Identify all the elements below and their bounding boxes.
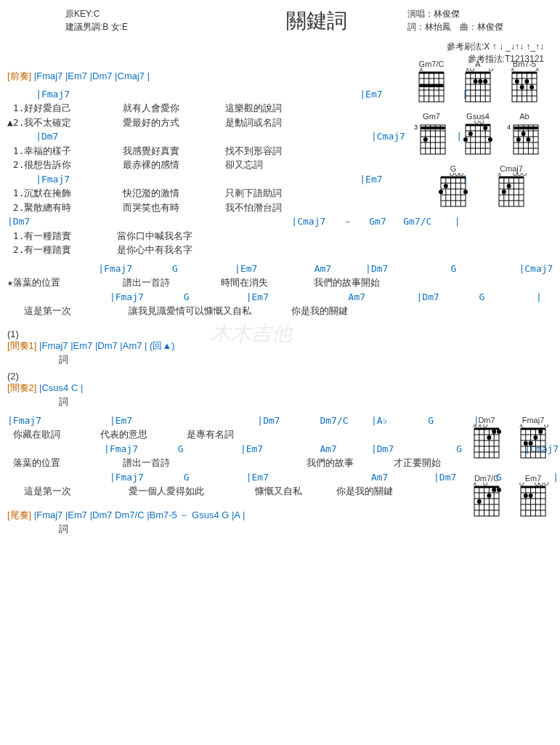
part2-section: (2) [間奏2] |Csus4 C | 詞 <box>7 371 553 409</box>
outro-tag: [尾奏] <box>7 510 31 520</box>
interlude2-row: [間奏2] |Csus4 C | <box>7 382 553 395</box>
diag-row-2: Gm73 Gsus4OO Ab4 <box>413 112 551 157</box>
comp-label: 曲： <box>460 22 477 32</box>
svg-point-97 <box>439 190 443 194</box>
header-right: 演唱：林俊傑 詞：林怡鳳 曲：林俊傑 <box>407 7 553 33</box>
svg-point-68 <box>463 137 468 142</box>
svg-point-66 <box>483 126 487 130</box>
part1-label: (1) <box>7 329 553 339</box>
verse-l4a: 1.有一種踏實 當你口中喊我名字 <box>7 229 414 243</box>
chorus-c1: |Fmaj7 G |Em7 Am7 |Dm7 G |Cmaj7 － Gm7 Gm… <box>7 262 553 276</box>
svg-point-160 <box>492 488 496 492</box>
diag-a: AXOO <box>460 60 496 105</box>
svg-text:O: O <box>522 173 527 177</box>
svg-text:O: O <box>474 121 479 125</box>
verse-c4: |Dm7 |Cmaj7 － Gm7 Gm7/C | <box>7 214 414 229</box>
svg-rect-86 <box>441 177 466 206</box>
diag-em7: Em7OOOO <box>515 474 551 519</box>
svg-point-39 <box>524 79 529 84</box>
svg-point-130 <box>487 435 491 440</box>
svg-rect-12 <box>466 73 490 102</box>
svg-point-145 <box>533 435 537 440</box>
diag-label: Em7 <box>515 474 551 483</box>
header-left: 原KEY:C 建議男調:B 女:E <box>7 7 225 33</box>
part2-lyric: 詞 <box>7 395 553 409</box>
part1-section: (1) [間奏1] |Fmaj7 |Em7 |Dm7 |Am7 | (回▲) 詞 <box>7 329 553 367</box>
intro-chords: |Fmaj7 |Em7 |Dm7 |Cmaj7 | <box>34 71 150 81</box>
diag-label: Gm7/C <box>413 60 450 68</box>
strum-row: 參考刷法:X ↑ ↓ _↓↑↓ ↑_↑↓ <box>7 41 544 53</box>
diag-ab: Ab4 <box>506 112 543 157</box>
svg-point-38 <box>515 79 519 84</box>
singer-label: 演唱： <box>407 9 434 19</box>
song-title: 關鍵詞 <box>225 7 407 35</box>
diag-label: Fmaj7 <box>515 416 551 424</box>
svg-point-98 <box>463 190 468 194</box>
verse-l2b: 2.很想告訴你 最赤裸的感情 卻又忘詞 <box>7 158 414 172</box>
svg-point-67 <box>468 132 473 136</box>
verse-c1: |Fmaj7 |Em7 | <box>7 87 414 102</box>
chord-diagrams: Gm7/CX AXOO Bm7-5XX Gm73 Gsus4OO Ab4 GOO… <box>413 60 551 217</box>
chorus-section: |Fmaj7 G |Em7 Am7 |Dm7 G |Cmaj7 － Gm7 Gm… <box>7 262 553 318</box>
svg-point-129 <box>497 430 501 434</box>
diag-fmaj7: Fmaj7XO <box>515 416 551 461</box>
svg-text:X: X <box>535 68 540 73</box>
diag-dm7: Dm7XXO <box>468 416 505 461</box>
diag-g: GOOO <box>435 164 471 209</box>
diag-label: Dm7 <box>468 416 505 424</box>
diag-dm7c: Dm7/CXO <box>468 474 505 519</box>
svg-text:O: O <box>544 483 548 487</box>
chorus-l2: 這是第一次 讓我見識愛情可以慷慨又自私 你是我的關鍵 <box>7 304 553 318</box>
svg-text:X: X <box>419 68 423 73</box>
diag-row-5: Dm7/CXO Em7OOOO <box>468 474 551 526</box>
svg-point-84 <box>516 137 521 142</box>
chorus-c2: |Fmaj7 G |Em7 Am7 |Dm7 G | <box>7 290 553 305</box>
svg-text:O: O <box>483 424 487 429</box>
svg-point-85 <box>526 137 530 142</box>
svg-point-112 <box>507 184 511 188</box>
diag-gm7c: Gm7/CX <box>413 60 450 105</box>
svg-text:O: O <box>450 173 454 177</box>
svg-text:X: X <box>498 173 502 177</box>
interlude1-row: [間奏1] |Fmaj7 |Em7 |Dm7 |Am7 | (回▲) <box>7 339 553 353</box>
svg-text:X: X <box>478 424 482 429</box>
svg-text:4: 4 <box>507 124 511 131</box>
diag-bm7-5: Bm7-5XX <box>506 60 543 105</box>
diag-label: G <box>435 164 471 173</box>
verse-c2: |Dm7 |Cmaj7 | <box>7 129 414 144</box>
svg-rect-82 <box>514 126 538 129</box>
svg-point-176 <box>524 494 528 498</box>
interlude1-tag: [間奏1] <box>7 340 36 351</box>
svg-text:O: O <box>517 173 522 177</box>
diag-label: Gsus4 <box>460 112 496 121</box>
svg-rect-10 <box>419 84 444 87</box>
svg-point-113 <box>502 190 506 194</box>
lyric-label: 詞： <box>407 22 425 32</box>
diag-gsus4: Gsus4OO <box>460 112 496 157</box>
lyricist: 林怡鳳 <box>425 22 451 32</box>
diag-row-3: GOOO Cmaj7XOOO <box>413 164 551 209</box>
strum-label: 參考刷法: <box>447 41 484 52</box>
intro-tag: [前奏] <box>7 71 31 81</box>
svg-point-69 <box>488 137 492 142</box>
diag-label: Ab <box>506 112 543 121</box>
outro-chords: |Fmaj7 |Em7 |Dm7 Dm7/C |Bm7-5 － Gsus4 G … <box>34 510 245 520</box>
singer-name: 林俊傑 <box>434 9 460 19</box>
diag-gm7: Gm73 <box>413 112 450 157</box>
svg-point-147 <box>529 441 533 446</box>
svg-text:O: O <box>519 483 524 487</box>
verse-l1b: ▲2.我不太確定 愛最好的方式 是動詞或名詞 <box>7 116 414 130</box>
svg-text:X: X <box>473 424 477 429</box>
svg-point-40 <box>520 85 524 89</box>
svg-rect-166 <box>521 487 545 516</box>
diag-cmaj7: Cmaj7XOOO <box>493 164 529 209</box>
verse-l3a: 1.沉默在掩飾 快氾濫的激情 只剩下語助詞 <box>7 186 414 201</box>
svg-text:O: O <box>544 424 548 429</box>
svg-text:X: X <box>519 424 524 429</box>
svg-point-177 <box>529 494 533 498</box>
svg-point-83 <box>522 132 526 136</box>
diag-label: Gm7 <box>413 112 450 121</box>
svg-text:O: O <box>479 121 484 125</box>
diag-label: Cmaj7 <box>493 164 529 173</box>
svg-point-128 <box>492 430 496 434</box>
